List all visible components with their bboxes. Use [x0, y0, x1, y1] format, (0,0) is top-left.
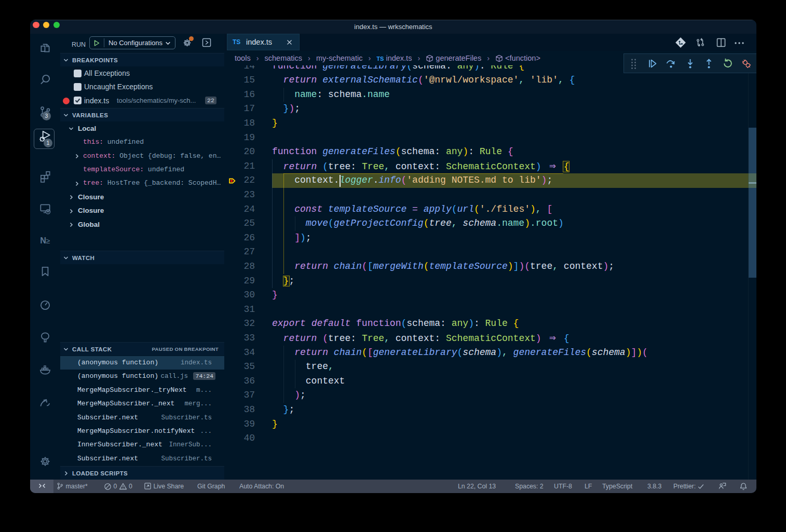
svg-text:N: N	[40, 236, 46, 245]
svg-text:≥: ≥	[46, 237, 50, 245]
